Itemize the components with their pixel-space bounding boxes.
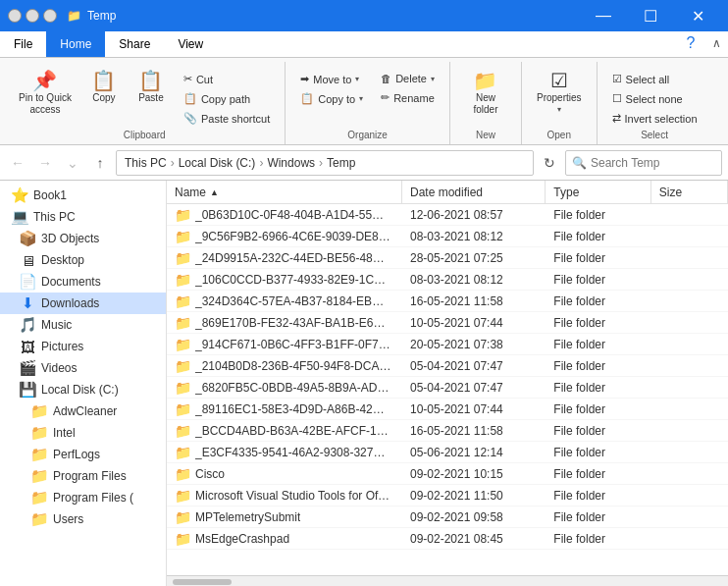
file-row[interactable]: 📁 _106C0CCD-B377-4933-82E9-1CFE33584E...…: [167, 269, 728, 291]
rename-button[interactable]: ✏ Rename: [374, 88, 442, 107]
new-folder-button[interactable]: 📁 Newfolder: [458, 66, 513, 121]
file-row[interactable]: 📁 _0B63D10C-0F48-404B-A1D4-55C9F0A9A... …: [167, 204, 728, 226]
select-all-button[interactable]: ☑ Select all: [605, 70, 704, 88]
pin-to-quick-access-button[interactable]: 📌 Pin to Quickaccess: [12, 66, 78, 121]
h-scroll-thumb: [173, 579, 232, 585]
file-cell-name: 📁 _E3CF4335-9541-46A2-9308-327529C0A3F2: [167, 445, 402, 460]
file-cell-type: File folder: [546, 532, 650, 546]
file-cell-name: 📁 _869E170B-FE32-43AF-BA1B-E60ADF1BE3...: [167, 315, 402, 331]
cut-button[interactable]: ✂ Cut: [177, 70, 277, 88]
file-cell-type: File folder: [546, 510, 650, 524]
header-size[interactable]: Size: [651, 181, 728, 203]
sidebar-item-documents[interactable]: 📄 Documents: [0, 271, 166, 293]
file-row[interactable]: 📁 _869E170B-FE32-43AF-BA1B-E60ADF1BE3...…: [167, 312, 728, 334]
file-row[interactable]: 📁 _89116EC1-58E3-4D9D-A86B-42C8904062...…: [167, 399, 728, 420]
sidebar-item-music[interactable]: 🎵 Music: [0, 314, 166, 336]
file-cell-date: 05-04-2021 07:47: [402, 381, 546, 395]
sidebar-item-local-disk[interactable]: 💾 Local Disk (C:): [0, 379, 166, 400]
maximize-button[interactable]: ☐: [628, 0, 673, 31]
organize-items: ➡ Move to ▾ 📋 Copy to ▾ 🗑 Delete ▾: [293, 62, 442, 128]
sidebar-item-book1[interactable]: ⭐ Book1: [0, 185, 166, 206]
refresh-button[interactable]: ↻: [538, 151, 561, 175]
file-row[interactable]: 📁 _2104B0D8-236B-4F50-94F8-DCA6BB9063...…: [167, 355, 728, 377]
sidebar-item-pictures[interactable]: 🖼 Pictures: [0, 336, 166, 357]
sidebar-item-videos[interactable]: 🎬 Videos: [0, 357, 166, 379]
file-row[interactable]: 📁 Cisco 09-02-2021 10:15 File folder: [167, 463, 728, 485]
sidebar-pictures-label: Pictures: [41, 340, 83, 353]
search-icon: 🔍: [572, 156, 587, 170]
sidebar-item-downloads[interactable]: ⬇ Downloads: [0, 293, 166, 314]
sidebar-item-desktop[interactable]: 🖥 Desktop: [0, 249, 166, 271]
sys-icon-3: [43, 9, 57, 23]
sidebar-item-perflogs[interactable]: 📁 PerfLogs: [0, 444, 166, 465]
sidebar-item-this-pc[interactable]: 💻 This PC: [0, 206, 166, 228]
sidebar-item-program-files[interactable]: 📁 Program Files: [0, 465, 166, 487]
file-row[interactable]: 📁 _914CF671-0B6C-4FF3-B1FF-0F70C8F3FD...…: [167, 334, 728, 355]
properties-button[interactable]: ☑ Properties ▾: [530, 66, 589, 119]
file-name: _869E170B-FE32-43AF-BA1B-E60ADF1BE3...: [195, 316, 391, 330]
tab-view[interactable]: View: [164, 31, 217, 57]
properties-dropdown-icon: ▾: [557, 105, 561, 114]
delete-button[interactable]: 🗑 Delete ▾: [374, 70, 442, 87]
file-row[interactable]: 📁 _E3CF4335-9541-46A2-9308-327529C0A3F2 …: [167, 442, 728, 463]
file-list: 📁 _0B63D10C-0F48-404B-A1D4-55C9F0A9A... …: [167, 204, 728, 575]
file-cell-type: File folder: [546, 424, 650, 438]
file-row[interactable]: 📁 MPTelemetrySubmit 09-02-2021 09:58 Fil…: [167, 506, 728, 528]
ribbon-group-clipboard: 📌 Pin to Quickaccess 📋 Copy 📋 Paste ✂ Cu…: [4, 62, 286, 144]
paste-shortcut-button[interactable]: 📎 Paste shortcut: [177, 109, 277, 128]
close-button[interactable]: ✕: [675, 0, 720, 31]
minimize-button[interactable]: —: [581, 0, 626, 31]
select-items: ☑ Select all ☐ Select none ⇄ Invert sele…: [605, 62, 704, 128]
local-disk-icon: 💾: [20, 382, 35, 398]
search-box[interactable]: 🔍: [565, 150, 722, 176]
ribbon: File Home Share View ? ∧ 📌 Pin to Quicka…: [0, 31, 728, 145]
file-row[interactable]: 📁 MsEdgeCrashpad 09-02-2021 08:45 File f…: [167, 528, 728, 550]
folder-icon: 📁: [67, 9, 81, 23]
cut-icon: ✂: [183, 73, 192, 85]
address-path[interactable]: This PC › Local Disk (C:) › Windows › Te…: [116, 150, 534, 176]
header-name[interactable]: Name ▲: [167, 181, 402, 203]
back-button[interactable]: ←: [6, 151, 29, 175]
sidebar-item-3d-objects[interactable]: 📦 3D Objects: [0, 228, 166, 249]
file-name: _914CF671-0B6C-4FF3-B1FF-0F70C8F3FD...: [195, 338, 391, 351]
horizontal-scrollbar[interactable]: [167, 575, 728, 586]
documents-icon: 📄: [20, 274, 35, 290]
invert-selection-button[interactable]: ⇄ Invert selection: [605, 109, 704, 128]
ribbon-collapse-button[interactable]: ∧: [704, 31, 728, 55]
sidebar-item-program-files-x86[interactable]: 📁 Program Files (: [0, 487, 166, 508]
tab-share[interactable]: Share: [105, 31, 164, 57]
copy-path-button[interactable]: 📋 Copy path: [177, 89, 277, 108]
clipboard-items: 📌 Pin to Quickaccess 📋 Copy 📋 Paste ✂ Cu…: [12, 62, 277, 128]
file-row[interactable]: 📁 _324D364C-57EA-4B37-8184-EBC48DB57... …: [167, 291, 728, 312]
file-cell-date: 16-05-2021 11:58: [402, 294, 546, 308]
file-header: Name ▲ Date modified Type Size: [167, 181, 728, 204]
copy-to-button[interactable]: 📋 Copy to ▾: [293, 89, 370, 108]
header-type[interactable]: Type: [546, 181, 650, 203]
paste-button[interactable]: 📋 Paste: [130, 66, 173, 108]
select-none-button[interactable]: ☐ Select none: [605, 89, 704, 108]
sidebar-this-pc-label: This PC: [33, 210, 76, 224]
file-row[interactable]: 📁 _9C56F9B2-6966-4C6E-9039-DE87E23F2A...…: [167, 226, 728, 247]
file-row[interactable]: 📁 _BCCD4ABD-B63A-42BE-AFCF-11A1DBD... 16…: [167, 420, 728, 442]
recent-locations-button[interactable]: ⌄: [61, 151, 84, 175]
file-row[interactable]: 📁 _24D9915A-232C-44ED-BE56-48FF294EC... …: [167, 247, 728, 269]
tab-home[interactable]: Home: [46, 31, 105, 57]
tab-file[interactable]: File: [0, 31, 46, 57]
file-row[interactable]: 📁 Microsoft Visual Studio Tools for Offi…: [167, 485, 728, 506]
sidebar-item-intel[interactable]: 📁 Intel: [0, 422, 166, 444]
header-date[interactable]: Date modified: [402, 181, 546, 203]
move-to-button[interactable]: ➡ Move to ▾: [293, 70, 370, 88]
copy-button[interactable]: 📋 Copy: [82, 66, 126, 108]
file-cell-name: 📁 Microsoft Visual Studio Tools for Offi…: [167, 488, 402, 504]
up-button[interactable]: ↑: [88, 151, 112, 175]
ribbon-help-button[interactable]: ?: [677, 31, 704, 55]
forward-button[interactable]: →: [33, 151, 57, 175]
clipboard-small-buttons: ✂ Cut 📋 Copy path 📎 Paste shortcut: [177, 66, 277, 128]
search-input[interactable]: [591, 156, 708, 170]
sidebar-adwcleaner-label: AdwCleaner: [53, 404, 117, 418]
sidebar-item-adwcleaner[interactable]: 📁 AdwCleaner: [0, 400, 166, 422]
sidebar-item-users[interactable]: 📁 Users: [0, 508, 166, 530]
file-cell-date: 10-05-2021 07:44: [402, 316, 546, 330]
file-row[interactable]: 📁 _6820FB5C-0BDB-49A5-8B9A-AD2BC9E2... 0…: [167, 377, 728, 399]
header-size-label: Size: [659, 186, 682, 199]
